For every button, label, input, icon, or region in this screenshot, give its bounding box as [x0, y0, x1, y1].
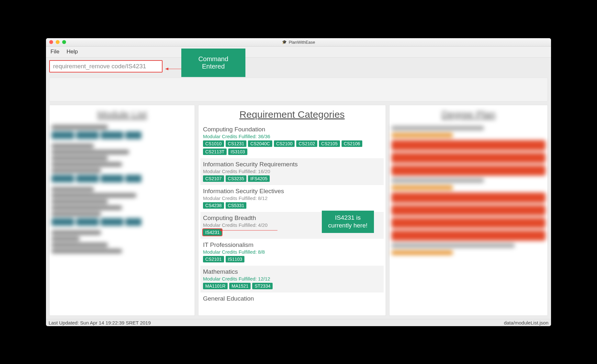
status-left: Last Updated: Sun Apr 14 19:22:39 SRET 2…	[49, 320, 151, 325]
result-display	[49, 78, 548, 102]
category-block: General Education	[200, 292, 384, 306]
panels-container: Module List	[46, 102, 551, 319]
category-title: Information Security Electives	[203, 188, 381, 195]
module-tag[interactable]: MA1101R	[203, 283, 228, 289]
app-window: 🎓 PlanWithEase File Help requirement_rem…	[46, 38, 551, 326]
module-tag[interactable]: CS2106	[342, 140, 363, 147]
tag-row: CS2101IS1103	[203, 256, 381, 262]
panel-title-mid: Requirement Categories	[198, 105, 386, 123]
arrow-icon	[219, 228, 277, 233]
module-list-panel: Module List	[49, 105, 195, 316]
degree-plan-body	[389, 123, 547, 261]
tag-row: CS2107CS3235IFS4205	[203, 175, 381, 182]
tag-row: CS1010CS1231CS2040CCS2100CS2102CS2105CS2…	[203, 140, 381, 155]
category-title: Computing Foundation	[203, 126, 381, 133]
category-credits: Modular Credits Fulfilled: 36/36	[203, 134, 381, 139]
module-tag[interactable]: ST2334	[252, 283, 273, 289]
category-credits: Modular Credits Fulfilled: 8/12	[203, 195, 381, 201]
module-tag[interactable]: CS2113T	[203, 149, 227, 155]
module-tag[interactable]: IS3103	[228, 149, 247, 155]
category-block: Computing BreadthModular Credits Fulfill…	[200, 212, 384, 239]
module-tag[interactable]: CS5331	[226, 202, 247, 209]
svg-marker-1	[165, 68, 168, 70]
window-title-text: PlanWithEase	[289, 40, 315, 45]
category-credits: Modular Credits Fulfilled: 12/12	[203, 276, 381, 281]
category-block: MathematicsModular Credits Fulfilled: 12…	[200, 266, 384, 292]
category-credits: Modular Credits Fulfilled: 8/8	[203, 249, 381, 255]
module-tag[interactable]: CS2105	[319, 140, 340, 147]
category-title: General Education	[203, 295, 381, 302]
categories-body[interactable]: Computing FoundationModular Credits Fulf…	[198, 123, 386, 315]
category-block: Information Security RequirementsModular…	[200, 158, 384, 185]
app-icon: 🎓	[282, 40, 287, 44]
statusbar: Last Updated: Sun Apr 14 19:22:39 SRET 2…	[46, 319, 551, 326]
menu-file[interactable]: File	[51, 49, 59, 55]
module-location-callout: IS4231 iscurrently here!	[322, 211, 374, 233]
module-tag[interactable]: MA1521	[229, 283, 251, 289]
module-tag[interactable]: CS2100	[274, 140, 295, 147]
requirement-categories-panel: Requirement Categories Computing Foundat…	[198, 105, 386, 316]
command-input-value: requirement_remove code/IS4231	[53, 63, 146, 70]
module-tag[interactable]: CS2040C	[248, 140, 272, 147]
category-title: Mathematics	[203, 268, 381, 275]
command-input[interactable]: requirement_remove code/IS4231	[49, 60, 163, 72]
tag-row: MA1101RMA1521ST2334	[203, 283, 381, 289]
category-block: IT ProfessionalismModular Credits Fulfil…	[200, 239, 384, 266]
category-title: Information Security Requirements	[203, 161, 381, 168]
module-list-body	[50, 123, 195, 258]
module-tag[interactable]: CS1010	[203, 140, 224, 147]
module-tag[interactable]: CS4238	[203, 202, 224, 209]
panel-title-left: Module List	[50, 105, 195, 123]
panel-title-right: Degree Plan	[389, 105, 547, 123]
module-tag[interactable]: CS2101	[203, 256, 224, 262]
svg-marker-3	[219, 229, 222, 232]
status-right: data/moduleList.json	[504, 320, 548, 325]
module-tag[interactable]: IS1103	[226, 256, 244, 262]
menu-help[interactable]: Help	[66, 49, 78, 55]
category-block: Computing FoundationModular Credits Fulf…	[200, 123, 384, 158]
titlebar: 🎓 PlanWithEase	[46, 38, 551, 47]
module-tag[interactable]: CS3235	[226, 175, 247, 182]
window-title: 🎓 PlanWithEase	[46, 40, 551, 45]
module-tag[interactable]: CS1231	[226, 140, 247, 147]
tag-row: CS4238CS5331	[203, 202, 381, 209]
module-tag[interactable]: CS2107	[203, 175, 224, 182]
module-tag[interactable]: CS2102	[296, 140, 317, 147]
callout-label: Command Entered	[187, 55, 240, 70]
command-area: requirement_remove code/IS4231 Command E…	[46, 58, 551, 73]
module-tag[interactable]: IFS4205	[248, 175, 270, 182]
degree-plan-panel: Degree Plan	[389, 105, 548, 316]
menubar: File Help	[46, 47, 551, 58]
command-entered-callout: Command Entered	[181, 49, 245, 77]
category-block: Information Security ElectivesModular Cr…	[200, 185, 384, 212]
category-credits: Modular Credits Fulfilled: 16/20	[203, 169, 381, 174]
category-title: IT Professionalism	[203, 241, 381, 248]
arrow-icon	[165, 67, 182, 71]
